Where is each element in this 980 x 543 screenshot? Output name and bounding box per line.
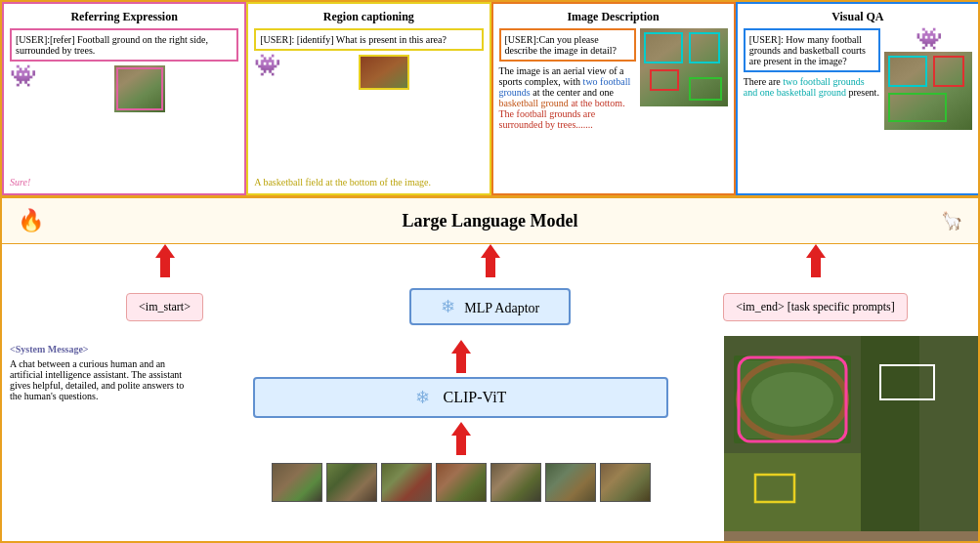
arrows-row-1 bbox=[2, 244, 978, 277]
panel-1-img-inner bbox=[114, 65, 165, 112]
svg-rect-7 bbox=[724, 453, 861, 531]
arrow-head-clip bbox=[451, 340, 471, 354]
arrow-col-left bbox=[2, 244, 327, 277]
bottom-center: ❄ CLIP-ViT bbox=[197, 336, 724, 541]
robot-icon-2: 👾 bbox=[254, 55, 280, 76]
middle-row: <im_start> ❄ MLP Adaptor <im_end> [task … bbox=[2, 277, 978, 336]
arrow-body-left bbox=[160, 258, 170, 277]
clip-vit-label: CLIP-ViT bbox=[444, 389, 507, 406]
bottom-left: <System Message> A chat between a curiou… bbox=[2, 336, 197, 541]
llm-row: 🔥 Large Language Model 🦙 bbox=[2, 197, 978, 244]
small-img-6 bbox=[545, 463, 596, 502]
arrow-up-left bbox=[155, 244, 175, 277]
llama-emoji: 🦙 bbox=[941, 210, 962, 231]
p4-box-green bbox=[888, 93, 947, 122]
panel-4-response: There are two football grounds and one b… bbox=[744, 76, 880, 98]
arrow-up-below-clip bbox=[451, 422, 471, 455]
panel-1-image bbox=[114, 65, 165, 112]
system-message-body: A chat between a curious human and an ar… bbox=[10, 358, 190, 401]
panel-3-title: Image Description bbox=[499, 10, 728, 24]
panel-referring-expression: Referring Expression [USER]:[refer] Foot… bbox=[2, 2, 246, 195]
small-images-row bbox=[272, 463, 651, 502]
main-wrapper: Referring Expression [USER]:[refer] Foot… bbox=[0, 0, 980, 543]
small-img-3 bbox=[381, 463, 432, 502]
snowflake-icon-clip: ❄ bbox=[415, 387, 430, 408]
small-img-2 bbox=[326, 463, 377, 502]
arrow-body-below-clip bbox=[456, 436, 466, 455]
im-start-box: <im_start> bbox=[126, 293, 203, 321]
arrow-col-right bbox=[653, 244, 978, 277]
small-img-4 bbox=[436, 463, 487, 502]
panel-1-content: 👾 bbox=[10, 65, 238, 173]
robot-icon-4: 👾 bbox=[916, 28, 942, 50]
panel-3-user-box: [USER]:Can you please describe the image… bbox=[499, 28, 636, 62]
panel-4-user-text: [USER]: How many football grounds and ba… bbox=[749, 34, 874, 66]
panel-4-there-are: There are bbox=[744, 76, 781, 87]
clip-vit-box: ❄ CLIP-ViT bbox=[253, 377, 668, 418]
p4-box-red bbox=[933, 56, 964, 87]
middle-right: <im_end> [task specific prompts] bbox=[653, 293, 978, 321]
arrow-head-right bbox=[806, 244, 826, 258]
p3-box-red bbox=[650, 69, 679, 91]
panel-2-image bbox=[359, 55, 409, 90]
im-end-label: <im_end> [task specific prompts] bbox=[736, 300, 895, 313]
arrow-col-center bbox=[327, 244, 653, 277]
panel-4-response-suffix: present. bbox=[849, 87, 879, 98]
arrow-body-right bbox=[811, 258, 821, 277]
llm-label: Large Language Model bbox=[403, 211, 578, 231]
small-img-1 bbox=[272, 463, 322, 502]
clip-vit-wrapper: ❄ CLIP-ViT bbox=[201, 340, 720, 502]
bottom-right-satellite bbox=[724, 336, 978, 541]
arrow-head-center bbox=[481, 244, 500, 258]
im-start-label: <im_start> bbox=[139, 300, 191, 313]
arrow-body-clip bbox=[456, 354, 466, 373]
bottom-row: <System Message> A chat between a curiou… bbox=[2, 336, 978, 541]
panel-2-user-text: [USER]: [identify] What is present in th… bbox=[260, 34, 477, 45]
panel-4-image bbox=[884, 52, 972, 130]
mlp-box: ❄ MLP Adaptor bbox=[409, 288, 571, 325]
arrow-body-center bbox=[486, 258, 495, 277]
panel-2-content: 👾 bbox=[254, 55, 483, 173]
p3-box-green bbox=[689, 77, 722, 101]
snowflake-icon-mlp: ❄ bbox=[441, 297, 455, 316]
panel-3-response-colored2: basketball ground bbox=[499, 98, 569, 108]
panel-1-pink-outline bbox=[116, 67, 163, 110]
panel-visual-qa: Visual QA [USER]: How many football grou… bbox=[736, 2, 978, 195]
p4-box-cyan bbox=[888, 56, 927, 87]
satellite-image-svg bbox=[724, 336, 978, 531]
svg-point-4 bbox=[751, 372, 833, 427]
middle-center: ❄ MLP Adaptor bbox=[327, 288, 653, 325]
panel-1-title: Referring Expression bbox=[10, 10, 238, 24]
small-img-5 bbox=[490, 463, 541, 502]
panel-4-user-box: [USER]: How many football grounds and ba… bbox=[744, 28, 880, 72]
panel-3-image bbox=[640, 28, 728, 106]
panel-2-response: A basketball field at the bottom of the … bbox=[254, 177, 483, 188]
small-img-7 bbox=[600, 463, 651, 502]
panel-1-user-text: [USER]:[refer] Football ground on the ri… bbox=[16, 34, 233, 56]
arrow-up-clip bbox=[451, 340, 471, 373]
panel-3-response-mid: at the center and one bbox=[531, 87, 614, 98]
panel-1-user-box: [USER]:[refer] Football ground on the ri… bbox=[10, 28, 238, 62]
robot-icon-1: 👾 bbox=[10, 65, 36, 87]
panel-4-title: Visual QA bbox=[744, 10, 972, 24]
fire-emoji: 🔥 bbox=[18, 208, 44, 233]
panel-2-user-box: [USER]: [identify] What is present in th… bbox=[254, 28, 483, 51]
arrow-head-left bbox=[155, 244, 175, 258]
system-message-label: <System Message> bbox=[10, 344, 190, 355]
panel-3-user-text: [USER]:Can you please describe the image… bbox=[505, 34, 630, 56]
p3-box-cyan bbox=[644, 32, 683, 63]
top-section: Referring Expression [USER]:[refer] Foot… bbox=[2, 2, 978, 197]
panel-1-response: Sure! bbox=[10, 177, 238, 188]
arrow-up-center bbox=[481, 244, 500, 277]
panel-3-response: The image is an aerial view of a sports … bbox=[499, 65, 636, 130]
panel-2-title: Region captioning bbox=[254, 10, 483, 24]
im-end-box: <im_end> [task specific prompts] bbox=[723, 293, 908, 321]
panel-region-captioning: Region captioning [USER]: [identify] Wha… bbox=[246, 2, 490, 195]
middle-left: <im_start> bbox=[2, 293, 327, 321]
p3-box-cyan2 bbox=[689, 32, 720, 63]
arrow-head-below-clip bbox=[451, 422, 471, 436]
arrow-up-right bbox=[806, 244, 826, 277]
panel-image-description: Image Description [USER]:Can you please … bbox=[491, 2, 736, 195]
mlp-label: MLP Adaptor bbox=[464, 301, 539, 315]
